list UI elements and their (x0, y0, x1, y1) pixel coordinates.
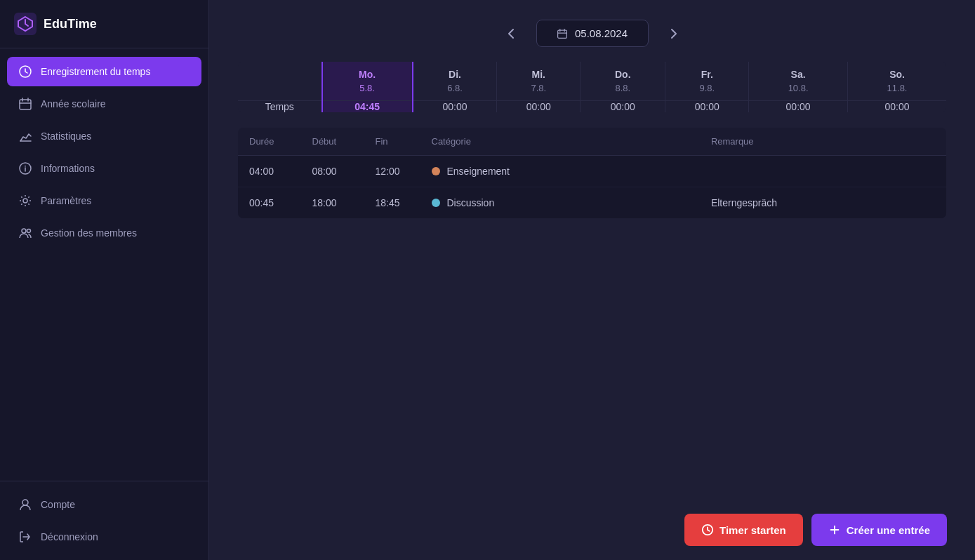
info-icon (18, 161, 32, 175)
main-content: 05.08.2024 Mo. 5.8. Di. 6.8. (209, 0, 975, 560)
col-categorie: Catégorie (420, 128, 700, 156)
next-date-button[interactable] (663, 22, 685, 45)
clock-icon (18, 65, 32, 79)
sidebar-item-compte[interactable]: Compte (7, 490, 201, 519)
time-so: 00:00 (848, 101, 947, 113)
day-header-so: So. 11.8. (848, 62, 947, 101)
logo-container: EduTime (0, 0, 208, 48)
svg-point-7 (22, 500, 28, 505)
categorie-cell: Enseignement (420, 156, 700, 187)
date-navigation: 05.08.2024 (209, 0, 975, 61)
sidebar-item-deconnexion[interactable]: Déconnexion (7, 522, 201, 552)
day-header-fr: Fr. 9.8. (665, 62, 749, 101)
svg-rect-8 (558, 30, 567, 38)
calendar-small-icon (557, 28, 568, 39)
action-bar: Timer starten Créer une entrée (209, 502, 975, 560)
svg-rect-2 (20, 100, 31, 109)
svg-point-4 (23, 199, 27, 203)
table-row[interactable]: 00:4518:0018:45DiscussionElterngespräch (238, 187, 947, 219)
current-date: 05.08.2024 (575, 27, 628, 39)
fin-cell: 18:45 (364, 187, 420, 219)
time-sa: 00:00 (749, 101, 848, 113)
week-table-container: Mo. 5.8. Di. 6.8. Mi. 7.8. Do. 8.8. (209, 61, 975, 113)
arrow-left-icon (504, 27, 518, 41)
prev-date-button[interactable] (500, 22, 522, 45)
svg-point-5 (22, 229, 26, 233)
timer-starten-button[interactable]: Timer starten (684, 514, 803, 546)
table-row[interactable]: 04:0008:0012:00Enseignement (238, 156, 947, 187)
col-duree: Durée (238, 128, 301, 156)
sidebar-item-annee[interactable]: Année scolaire (7, 89, 201, 119)
remarque-cell (700, 156, 947, 187)
users-icon (18, 226, 32, 240)
logout-icon (18, 530, 32, 544)
sidebar: EduTime Enregistrement du temps Année sc… (0, 0, 209, 560)
arrow-right-icon (667, 27, 681, 41)
logo-icon (14, 13, 37, 35)
calendar-icon (18, 97, 32, 111)
sidebar-bottom: Compte Déconnexion (0, 481, 208, 560)
chart-icon (18, 129, 32, 143)
category-dot (432, 167, 440, 175)
week-table: Mo. 5.8. Di. 6.8. Mi. 7.8. Do. 8.8. (237, 61, 947, 113)
create-label: Créer une entrée (847, 524, 930, 536)
col-fin: Fin (364, 128, 420, 156)
app-title: EduTime (44, 17, 97, 32)
day-header-do: Do. 8.8. (581, 62, 665, 101)
timer-icon (701, 524, 714, 536)
remarque-cell: Elterngespräch (700, 187, 947, 219)
categorie-cell: Discussion (420, 187, 700, 219)
sidebar-item-gestion[interactable]: Gestion des membres (7, 218, 201, 248)
main-nav: Enregistrement du temps Année scolaire S… (0, 48, 208, 481)
duree-cell: 00:45 (238, 187, 301, 219)
time-do: 00:00 (581, 101, 665, 113)
duree-cell: 04:00 (238, 156, 301, 187)
plus-icon (828, 524, 841, 536)
day-header-mo: Mo. 5.8. (322, 62, 413, 101)
empty-header (238, 62, 322, 101)
category-dot (432, 199, 440, 207)
time-fr: 00:00 (665, 101, 749, 113)
day-header-mi: Mi. 7.8. (497, 62, 581, 101)
entry-table-container: Durée Début Fin Catégorie Remarque 04:00… (209, 113, 975, 502)
sidebar-item-statistiques[interactable]: Statistiques (7, 121, 201, 151)
create-entry-button[interactable]: Créer une entrée (811, 514, 947, 546)
svg-point-6 (27, 229, 31, 233)
category-name: Enseignement (447, 166, 510, 177)
day-header-sa: Sa. 10.8. (749, 62, 848, 101)
fin-cell: 12:00 (364, 156, 420, 187)
user-icon (18, 498, 32, 512)
day-header-di: Di. 6.8. (413, 62, 497, 101)
temps-label: Temps (238, 101, 322, 113)
debut-cell: 18:00 (301, 187, 364, 219)
col-debut: Début (301, 128, 364, 156)
date-display: 05.08.2024 (536, 20, 649, 47)
gear-icon (18, 194, 32, 208)
sidebar-item-parametres[interactable]: Paramètres (7, 186, 201, 215)
sidebar-item-informations[interactable]: Informations (7, 154, 201, 183)
debut-cell: 08:00 (301, 156, 364, 187)
col-remarque: Remarque (700, 128, 947, 156)
category-name: Discussion (447, 197, 495, 208)
sidebar-item-enregistrement[interactable]: Enregistrement du temps (7, 57, 201, 86)
time-mi: 00:00 (497, 101, 581, 113)
time-di: 00:00 (413, 101, 497, 113)
time-mo: 04:45 (322, 101, 413, 113)
timer-label: Timer starten (719, 524, 786, 536)
entry-table: Durée Début Fin Catégorie Remarque 04:00… (237, 127, 947, 219)
